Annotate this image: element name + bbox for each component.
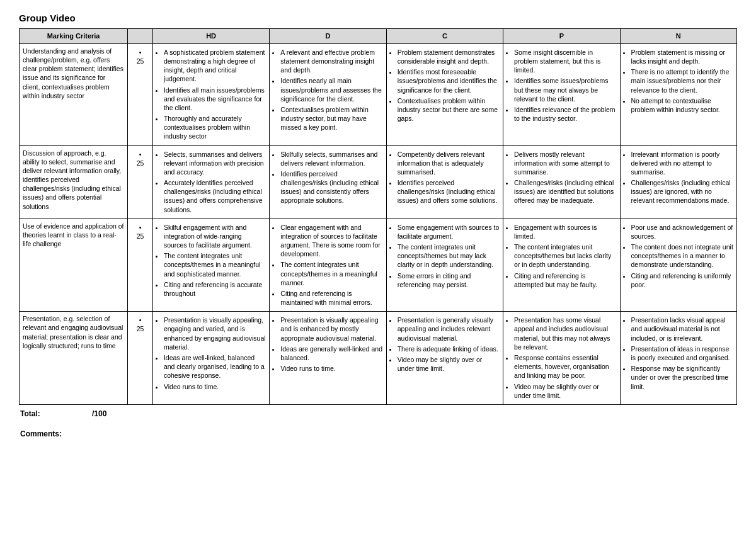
d-cell-3: Presentation is visually appealing and i… bbox=[270, 312, 386, 405]
criteria-cell-2: Use of evidence and application of theor… bbox=[20, 219, 128, 312]
header-hd: HD bbox=[152, 29, 269, 44]
mark-value-1: 25 bbox=[137, 159, 144, 167]
mark-cell-3: •25 bbox=[128, 312, 153, 405]
total-table: Total: /100 bbox=[19, 405, 163, 423]
d-cell-1: Skilfully selects, summarises and delive… bbox=[270, 145, 386, 219]
list-item: The content integrates unit concepts/the… bbox=[280, 260, 382, 287]
list-item: The content integrates unit concepts/the… bbox=[398, 242, 500, 270]
bullet-mark-3: • bbox=[139, 316, 142, 324]
list-item: Poor use and acknowledgement of sources. bbox=[631, 223, 733, 241]
list-item: No attempt to contextualise problem with… bbox=[631, 96, 733, 114]
list-item: Clear engagement with and integration of… bbox=[280, 223, 382, 259]
d-cell-0: A relevant and effective problem stateme… bbox=[270, 43, 386, 145]
list-item: Citing and referencing is uniformly poor… bbox=[631, 271, 733, 289]
list-item: Response may be significantly under or o… bbox=[631, 364, 733, 391]
mark-cell-0: •25 bbox=[128, 43, 153, 145]
list-item: Accurately identifies perceived challeng… bbox=[164, 178, 266, 214]
mark-cell-2: •25 bbox=[128, 219, 153, 312]
list-item: Some errors in citing and referencing ma… bbox=[398, 271, 500, 289]
list-item: Problem statement demonstrates considera… bbox=[398, 48, 500, 65]
bullet-mark-1: • bbox=[139, 151, 142, 158]
list-item: Presentation is visually appealing, enga… bbox=[164, 315, 266, 351]
list-item: A relevant and effective problem stateme… bbox=[280, 48, 382, 75]
list-item: Delivers mostly relevant information wit… bbox=[514, 150, 616, 177]
header-criteria: Marking Criteria bbox=[20, 29, 128, 44]
c-cell-1: Competently delivers relevant informatio… bbox=[386, 145, 503, 219]
d-cell-2: Clear engagement with and integration of… bbox=[270, 219, 386, 312]
hd-cell-2: Skilful engagement with and integration … bbox=[152, 219, 269, 312]
list-item: Competently delivers relevant informatio… bbox=[398, 150, 500, 177]
bullet-mark-0: • bbox=[139, 48, 142, 56]
c-cell-0: Problem statement demonstrates considera… bbox=[386, 43, 503, 145]
n-cell-0: Problem statement is missing or lacks in… bbox=[620, 43, 736, 145]
list-item: Presentation is visually appealing and i… bbox=[280, 315, 382, 343]
list-item: There is no attempt to identify the main… bbox=[631, 67, 733, 94]
p-cell-0: Some insight discernible in problem stat… bbox=[503, 43, 620, 145]
criteria-cell-1: Discussion of approach, e.g. ability to … bbox=[20, 145, 128, 219]
list-item: Skilfully selects, summarises and delive… bbox=[280, 150, 382, 168]
list-item: Contextualises problem within industry s… bbox=[398, 96, 500, 123]
header-mark bbox=[128, 29, 153, 44]
list-item: There is adequate linking of ideas. bbox=[398, 344, 500, 353]
list-item: Video runs to time. bbox=[164, 382, 266, 391]
list-item: A sophisticated problem statement demons… bbox=[164, 48, 266, 84]
total-label: Total: bbox=[19, 405, 91, 423]
list-item: Identifies most foreseeable issues/probl… bbox=[398, 67, 500, 94]
list-item: Ideas are well-linked, balanced and clea… bbox=[164, 353, 266, 380]
list-item: Challenges/risks (including ethical issu… bbox=[631, 178, 733, 205]
list-item: The content integrates unit concepts/the… bbox=[164, 251, 266, 278]
total-value: /100 bbox=[91, 405, 163, 423]
list-item: Some insight discernible in problem stat… bbox=[514, 48, 616, 75]
header-p: P bbox=[503, 29, 620, 44]
list-item: Some engagement with sources to facilita… bbox=[398, 223, 500, 241]
n-cell-3: Presentation lacks visual appeal and aud… bbox=[620, 312, 736, 405]
list-item: Irrelevant information is poorly deliver… bbox=[631, 150, 733, 177]
comments-table: Comments: bbox=[19, 423, 737, 440]
list-item: Problem statement is missing or lacks in… bbox=[631, 48, 733, 65]
list-item: Presentation of ideas in response is poo… bbox=[631, 344, 733, 362]
c-cell-3: Presentation is generally visually appea… bbox=[386, 312, 503, 405]
p-cell-1: Delivers mostly relevant information wit… bbox=[503, 145, 620, 219]
rubric-table: Marking Criteria HD D C P N Understandin… bbox=[19, 28, 737, 405]
list-item: The content does not integrate unit conc… bbox=[631, 242, 733, 270]
list-item: Thoroughly and accurately contextualises… bbox=[164, 114, 266, 141]
list-item: Challenges/risks (including ethical issu… bbox=[514, 178, 616, 205]
list-item: Contextualises problem within industry s… bbox=[280, 105, 382, 132]
c-cell-2: Some engagement with sources to facilita… bbox=[386, 219, 503, 312]
list-item: Presentation has some visual appeal and … bbox=[514, 315, 616, 351]
list-item: Identifies perceived challenges/risks (i… bbox=[280, 169, 382, 205]
list-item: Selects, summarises and delivers relevan… bbox=[164, 150, 266, 177]
list-item: Citing and referencing is attempted but … bbox=[514, 271, 616, 289]
list-item: The content integrates unit concepts/the… bbox=[514, 242, 616, 270]
list-item: Skilful engagement with and integration … bbox=[164, 223, 266, 250]
mark-value-3: 25 bbox=[137, 325, 144, 332]
criteria-cell-3: Presentation, e.g. selection of relevant… bbox=[20, 312, 128, 405]
list-item: Identifies perceived challenges/risks (i… bbox=[398, 178, 500, 205]
list-item: Video runs to time. bbox=[280, 364, 382, 373]
list-item: Response contains essential elements, ho… bbox=[514, 353, 616, 380]
list-item: Citing and referencing is accurate throu… bbox=[164, 280, 266, 298]
list-item: Video may be slightly over or under time… bbox=[398, 355, 500, 373]
list-item: Identifies nearly all main issues/proble… bbox=[280, 76, 382, 103]
header-d: D bbox=[270, 29, 386, 44]
comments-label: Comments: bbox=[19, 423, 737, 440]
mark-value-2: 25 bbox=[137, 232, 144, 240]
list-item: Presentation lacks visual appeal and aud… bbox=[631, 315, 733, 343]
bullet-mark-2: • bbox=[139, 224, 142, 231]
list-item: Presentation is generally visually appea… bbox=[398, 315, 500, 343]
list-item: Identifies some issues/problems but thes… bbox=[514, 76, 616, 103]
p-cell-3: Presentation has some visual appeal and … bbox=[503, 312, 620, 405]
list-item: Video may be slightly over or under time… bbox=[514, 382, 616, 400]
list-item: Ideas are generally well-linked and bala… bbox=[280, 344, 382, 362]
header-c: C bbox=[386, 29, 503, 44]
n-cell-1: Irrelevant information is poorly deliver… bbox=[620, 145, 736, 219]
list-item: Identifies all main issues/problems and … bbox=[164, 86, 266, 113]
list-item: Citing and referencing is maintained wit… bbox=[280, 289, 382, 307]
mark-value-0: 25 bbox=[137, 57, 144, 65]
header-n: N bbox=[620, 29, 736, 44]
n-cell-2: Poor use and acknowledgement of sources.… bbox=[620, 219, 736, 312]
p-cell-2: Engagement with sources is limited.The c… bbox=[503, 219, 620, 312]
hd-cell-1: Selects, summarises and delivers relevan… bbox=[152, 145, 269, 219]
criteria-cell-0: Understanding and analysis of challenge/… bbox=[20, 43, 128, 145]
hd-cell-3: Presentation is visually appealing, enga… bbox=[152, 312, 269, 405]
